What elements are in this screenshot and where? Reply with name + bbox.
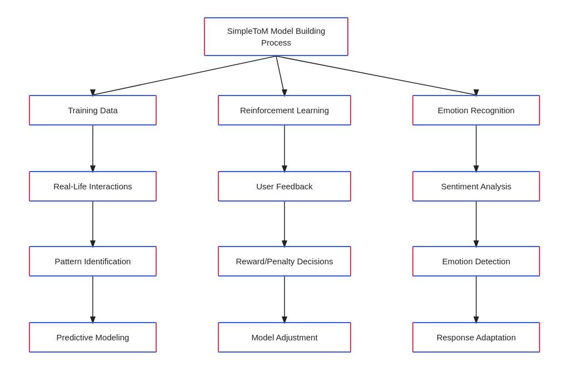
node-emotion-recognition: Emotion Recognition [412,95,540,125]
node-real-life-interactions: Real-Life Interactions [29,171,157,202]
node-model-adjustment: Model Adjustment [218,322,351,353]
node-root: SimpleToM Model Building Process [204,17,348,56]
node-predictive-modeling: Predictive Modeling [29,322,157,353]
node-reinforcement-learning: Reinforcement Learning [218,95,351,125]
node-emotion-detection: Emotion Detection [412,246,540,277]
node-training-data: Training Data [29,95,157,125]
flowchart-diagram: SimpleToM Model Building Process Trainin… [12,7,557,385]
node-response-adaptation: Response Adaptation [412,322,540,353]
node-user-feedback: User Feedback [218,171,351,202]
svg-line-2 [276,56,284,95]
svg-line-0 [93,56,276,95]
node-pattern-identification: Pattern Identification [29,246,157,277]
node-reward-penalty-decisions: Reward/Penalty Decisions [218,246,351,277]
node-sentiment-analysis: Sentiment Analysis [412,171,540,202]
svg-line-4 [276,56,476,95]
